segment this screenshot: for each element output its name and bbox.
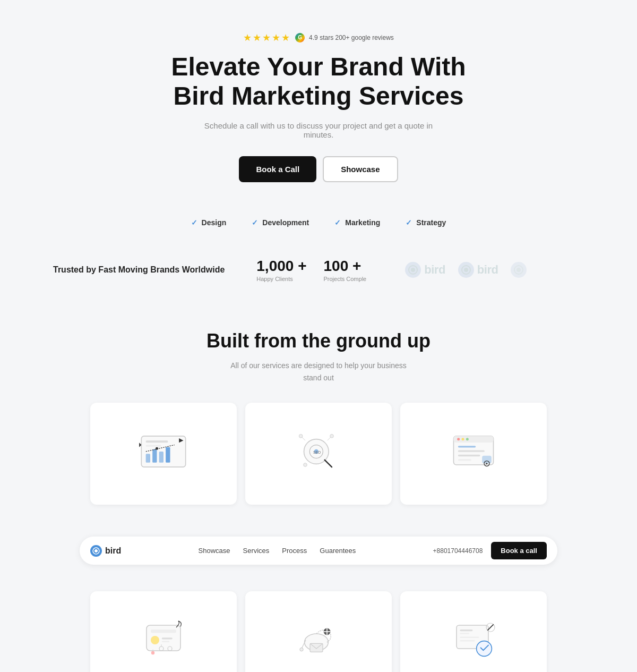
stat-clients: 1,000 + Happy Clients xyxy=(256,258,306,282)
google-icon: G xyxy=(295,33,305,42)
brand-logo-icon-2 xyxy=(458,262,474,278)
svg-rect-12 xyxy=(166,447,170,463)
brand-logo-text-1: bird xyxy=(424,263,445,277)
feature-marketing-label: Marketing xyxy=(345,218,380,227)
stat-projects: 100 + Projects Comple xyxy=(324,258,367,282)
svg-rect-35 xyxy=(458,459,471,461)
check-icon-design: ✓ xyxy=(191,218,197,227)
nav-logo-text: bird xyxy=(105,546,121,556)
svg-point-31 xyxy=(466,438,469,440)
svg-rect-32 xyxy=(458,446,476,447)
nav-right: +8801704446708 Book a call xyxy=(433,542,547,559)
card-email-icon xyxy=(258,608,379,672)
svg-rect-11 xyxy=(159,452,163,463)
svg-point-43 xyxy=(151,636,159,644)
sticky-navbar: bird Showcase Services Process Guarentee… xyxy=(80,537,557,565)
nav-link-process[interactable]: Process xyxy=(282,547,307,555)
card-code-icon xyxy=(413,420,534,483)
svg-point-49 xyxy=(151,651,154,654)
brand-logo-2: bird xyxy=(458,262,498,278)
stat-projects-label: Projects Comple xyxy=(324,276,367,282)
svg-rect-61 xyxy=(460,637,479,638)
brand-logo-text-2: bird xyxy=(477,263,498,277)
card-ppc: Pay-Per-Click Advertising Don't waste mo… xyxy=(400,591,547,672)
brand-logo-1: bird xyxy=(405,262,445,278)
card-social-media: Social Media Marketing Interact with you… xyxy=(90,591,237,672)
hero-title: Elevate Your Brand With Bird Marketing S… xyxy=(159,52,478,110)
google-badge-text: 4.9 stars 200+ google reviews xyxy=(309,34,394,41)
svg-point-24 xyxy=(330,435,334,438)
book-call-button[interactable]: Book a Call xyxy=(239,156,316,182)
svg-rect-34 xyxy=(458,455,480,456)
svg-point-29 xyxy=(457,438,460,440)
stats-row: 1,000 + Happy Clients 100 + Projects Com… xyxy=(256,258,373,282)
feature-development-label: Development xyxy=(262,218,309,227)
stat-clients-number: 1,000 + xyxy=(256,258,306,275)
card-ppc-icon xyxy=(413,608,534,672)
rating-row: ★★★★★ G 4.9 stars 200+ google reviews xyxy=(11,32,626,44)
card-social-icon xyxy=(103,608,224,672)
feature-strategy: ✓ Strategy xyxy=(406,218,446,227)
check-icon-marketing: ✓ xyxy=(334,218,341,227)
feature-design-label: Design xyxy=(202,218,227,227)
svg-rect-7 xyxy=(146,440,168,443)
svg-point-5 xyxy=(517,268,521,272)
nav-link-guarentees[interactable]: Guarentees xyxy=(320,547,356,555)
trusted-heading: Trusted by Fast Moving Brands Worldwide xyxy=(53,264,225,276)
feature-design: ✓ Design xyxy=(191,218,227,227)
feature-strategy-label: Strategy xyxy=(416,218,446,227)
svg-rect-36 xyxy=(483,456,492,463)
showcase-button[interactable]: Showcase xyxy=(323,156,398,182)
brand-logo-3 xyxy=(511,262,527,278)
svg-point-22 xyxy=(299,435,303,438)
sticky-nav-wrapper: bird Showcase Services Process Guarentee… xyxy=(0,521,637,581)
card-code xyxy=(400,403,547,505)
nav-logo: bird xyxy=(90,545,121,557)
nav-logo-icon xyxy=(90,545,102,557)
stat-clients-label: Happy Clients xyxy=(256,276,306,282)
svg-line-19 xyxy=(325,460,332,467)
brand-logo-icon-1 xyxy=(405,262,421,278)
svg-rect-44 xyxy=(162,637,173,639)
feature-marketing: ✓ Marketing xyxy=(334,218,380,227)
card-analytics xyxy=(90,403,237,505)
svg-point-40 xyxy=(94,549,98,552)
svg-rect-62 xyxy=(460,640,475,641)
svg-rect-10 xyxy=(152,449,157,463)
trusted-section: Trusted by Fast Moving Brands Worldwide … xyxy=(0,242,637,298)
check-icon-strategy: ✓ xyxy=(406,218,412,227)
built-heading: Built from the ground up xyxy=(11,330,626,352)
svg-point-56 xyxy=(300,648,303,651)
trusted-text: Trusted by Fast Moving Brands Worldwide xyxy=(53,264,225,276)
svg-point-14 xyxy=(156,447,158,450)
nav-phone: +8801704446708 xyxy=(433,547,483,555)
nav-links: Showcase Services Process Guarentees xyxy=(199,547,356,555)
svg-rect-33 xyxy=(458,450,485,452)
svg-rect-9 xyxy=(146,454,150,463)
service-cards-grid: Social Media Marketing Interact with you… xyxy=(80,591,557,672)
nav-link-showcase[interactable]: Showcase xyxy=(199,547,230,555)
svg-point-1 xyxy=(411,268,415,272)
hero-subtitle: Schedule a call with us to discuss your … xyxy=(191,121,446,139)
svg-point-30 xyxy=(462,438,464,440)
card-analytics-icon xyxy=(103,420,224,483)
svg-point-63 xyxy=(477,641,492,657)
feature-development: ✓ Development xyxy=(252,218,309,227)
check-icon-development: ✓ xyxy=(252,218,258,227)
svg-rect-45 xyxy=(162,641,169,642)
built-subtext: All of our services are designed to help… xyxy=(223,360,414,384)
nav-link-services[interactable]: Services xyxy=(243,547,270,555)
card-seo: SEO xyxy=(245,403,392,505)
brand-logo-icon-3 xyxy=(511,262,527,278)
card-email: Email Marketing With our content creatio… xyxy=(245,591,392,672)
svg-text:SEO: SEO xyxy=(313,450,321,454)
card-seo-icon: SEO xyxy=(258,420,379,483)
svg-rect-60 xyxy=(460,633,469,634)
nav-book-call-button[interactable]: Book a call xyxy=(491,542,547,559)
hero-section: ★★★★★ G 4.9 stars 200+ google reviews El… xyxy=(0,0,637,203)
built-section: Built from the ground up All of our serv… xyxy=(0,298,637,521)
svg-point-3 xyxy=(464,268,468,272)
svg-rect-59 xyxy=(460,630,472,631)
brand-logos: bird bird xyxy=(405,262,584,278)
illustration-cards-grid: SEO xyxy=(80,403,557,505)
